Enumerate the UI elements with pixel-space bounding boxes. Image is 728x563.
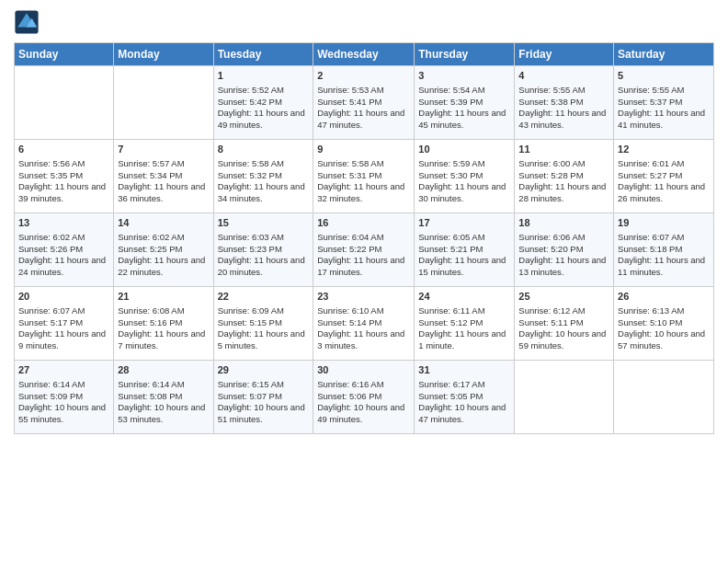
day-number: 19 <box>618 216 710 230</box>
day-number: 23 <box>317 290 410 304</box>
calendar-cell: 11Sunrise: 6:00 AMSunset: 5:28 PMDayligh… <box>515 140 614 213</box>
weekday-header-friday: Friday <box>515 43 614 66</box>
day-info: Daylight: 11 hours and 43 minutes. <box>518 108 609 132</box>
day-info: Sunset: 5:42 PM <box>218 97 310 109</box>
logo-icon <box>14 9 40 35</box>
day-info: Sunrise: 5:54 AM <box>418 85 510 97</box>
calendar-cell <box>114 66 213 140</box>
day-number: 17 <box>418 216 510 230</box>
day-info: Sunset: 5:38 PM <box>518 97 609 109</box>
weekday-header-thursday: Thursday <box>415 43 515 66</box>
day-number: 1 <box>218 69 310 83</box>
calendar-week-row: 27Sunrise: 6:14 AMSunset: 5:09 PMDayligh… <box>15 361 714 434</box>
day-info: Daylight: 11 hours and 13 minutes. <box>518 255 609 279</box>
calendar-week-row: 1Sunrise: 5:52 AMSunset: 5:42 PMDaylight… <box>15 66 714 140</box>
day-number: 9 <box>317 143 410 156</box>
calendar-cell: 6Sunrise: 5:56 AMSunset: 5:35 PMDaylight… <box>15 140 114 213</box>
day-info: Sunset: 5:09 PM <box>18 391 109 403</box>
day-info: Daylight: 11 hours and 41 minutes. <box>618 108 710 132</box>
day-info: Daylight: 10 hours and 47 minutes. <box>418 402 510 426</box>
day-info: Sunset: 5:17 PM <box>18 317 109 329</box>
day-info: Sunset: 5:08 PM <box>118 391 209 403</box>
calendar-cell: 14Sunrise: 6:02 AMSunset: 5:25 PMDayligh… <box>114 213 213 287</box>
day-info: Sunrise: 6:15 AM <box>218 379 310 391</box>
day-info: Daylight: 11 hours and 39 minutes. <box>18 181 109 205</box>
day-info: Sunset: 5:27 PM <box>618 170 710 182</box>
day-info: Sunset: 5:16 PM <box>118 317 209 329</box>
calendar-cell <box>614 361 714 434</box>
day-info: Daylight: 11 hours and 22 minutes. <box>118 255 209 279</box>
day-info: Daylight: 11 hours and 9 minutes. <box>18 328 109 352</box>
calendar-cell: 5Sunrise: 5:55 AMSunset: 5:37 PMDaylight… <box>614 66 714 140</box>
day-info: Sunrise: 6:11 AM <box>418 305 510 317</box>
day-number: 28 <box>118 363 209 377</box>
day-number: 2 <box>317 69 410 83</box>
day-number: 12 <box>618 143 710 156</box>
calendar-cell: 21Sunrise: 6:08 AMSunset: 5:16 PMDayligh… <box>114 287 213 361</box>
day-info: Daylight: 11 hours and 17 minutes. <box>317 255 410 279</box>
weekday-header-monday: Monday <box>114 43 213 66</box>
day-info: Sunrise: 6:00 AM <box>518 158 609 170</box>
day-info: Daylight: 11 hours and 5 minutes. <box>218 328 310 352</box>
calendar-container: SundayMondayTuesdayWednesdayThursdayFrid… <box>0 0 728 443</box>
calendar-cell: 26Sunrise: 6:13 AMSunset: 5:10 PMDayligh… <box>614 287 714 361</box>
day-info: Daylight: 11 hours and 24 minutes. <box>18 255 109 279</box>
day-info: Sunset: 5:28 PM <box>518 170 609 182</box>
day-info: Sunset: 5:41 PM <box>317 97 410 109</box>
weekday-header-row: SundayMondayTuesdayWednesdayThursdayFrid… <box>15 43 714 66</box>
weekday-header-tuesday: Tuesday <box>213 43 313 66</box>
calendar-cell: 9Sunrise: 5:58 AMSunset: 5:31 PMDaylight… <box>313 140 415 213</box>
day-number: 30 <box>317 363 410 377</box>
day-info: Sunrise: 6:02 AM <box>18 232 109 244</box>
day-info: Sunrise: 6:10 AM <box>317 305 410 317</box>
day-info: Sunset: 5:15 PM <box>218 317 310 329</box>
day-info: Sunset: 5:18 PM <box>618 244 710 256</box>
day-info: Daylight: 11 hours and 7 minutes. <box>118 328 209 352</box>
day-info: Sunset: 5:31 PM <box>317 170 410 182</box>
day-number: 6 <box>18 143 109 156</box>
day-number: 22 <box>218 290 310 304</box>
day-info: Sunrise: 5:56 AM <box>18 158 109 170</box>
calendar-cell: 1Sunrise: 5:52 AMSunset: 5:42 PMDaylight… <box>213 66 313 140</box>
day-info: Sunrise: 6:08 AM <box>118 305 209 317</box>
day-info: Daylight: 11 hours and 1 minute. <box>418 328 510 352</box>
day-number: 24 <box>418 290 510 304</box>
day-number: 20 <box>18 290 109 304</box>
calendar-cell: 10Sunrise: 5:59 AMSunset: 5:30 PMDayligh… <box>415 140 515 213</box>
day-info: Sunrise: 5:52 AM <box>218 85 310 97</box>
day-number: 29 <box>218 363 310 377</box>
calendar-cell <box>15 66 114 140</box>
day-number: 25 <box>518 290 609 304</box>
day-number: 10 <box>418 143 510 156</box>
calendar-cell: 13Sunrise: 6:02 AMSunset: 5:26 PMDayligh… <box>15 213 114 287</box>
day-info: Daylight: 11 hours and 32 minutes. <box>317 181 410 205</box>
day-info: Daylight: 10 hours and 55 minutes. <box>18 402 109 426</box>
calendar-cell: 31Sunrise: 6:17 AMSunset: 5:05 PMDayligh… <box>415 361 515 434</box>
day-info: Sunrise: 6:07 AM <box>18 305 109 317</box>
day-info: Sunset: 5:32 PM <box>218 170 310 182</box>
calendar-table: SundayMondayTuesdayWednesdayThursdayFrid… <box>14 42 714 434</box>
calendar-cell: 16Sunrise: 6:04 AMSunset: 5:22 PMDayligh… <box>313 213 415 287</box>
day-info: Sunset: 5:20 PM <box>518 244 609 256</box>
day-number: 14 <box>118 216 209 230</box>
calendar-week-row: 13Sunrise: 6:02 AMSunset: 5:26 PMDayligh… <box>15 213 714 287</box>
logo-area <box>14 9 41 35</box>
day-number: 18 <box>518 216 609 230</box>
calendar-cell: 4Sunrise: 5:55 AMSunset: 5:38 PMDaylight… <box>515 66 614 140</box>
calendar-cell: 18Sunrise: 6:06 AMSunset: 5:20 PMDayligh… <box>515 213 614 287</box>
calendar-cell: 8Sunrise: 5:58 AMSunset: 5:32 PMDaylight… <box>213 140 313 213</box>
day-number: 31 <box>418 363 510 377</box>
day-number: 27 <box>18 363 109 377</box>
day-info: Sunset: 5:05 PM <box>418 391 510 403</box>
calendar-cell: 17Sunrise: 6:05 AMSunset: 5:21 PMDayligh… <box>415 213 515 287</box>
header <box>14 9 714 35</box>
day-info: Sunrise: 6:04 AM <box>317 232 410 244</box>
day-info: Sunset: 5:10 PM <box>618 317 710 329</box>
day-info: Sunset: 5:21 PM <box>418 244 510 256</box>
day-number: 5 <box>618 69 710 83</box>
day-info: Sunrise: 5:58 AM <box>317 158 410 170</box>
day-info: Sunrise: 5:57 AM <box>118 158 209 170</box>
calendar-cell <box>515 361 614 434</box>
day-info: Sunset: 5:22 PM <box>317 244 410 256</box>
day-number: 21 <box>118 290 209 304</box>
